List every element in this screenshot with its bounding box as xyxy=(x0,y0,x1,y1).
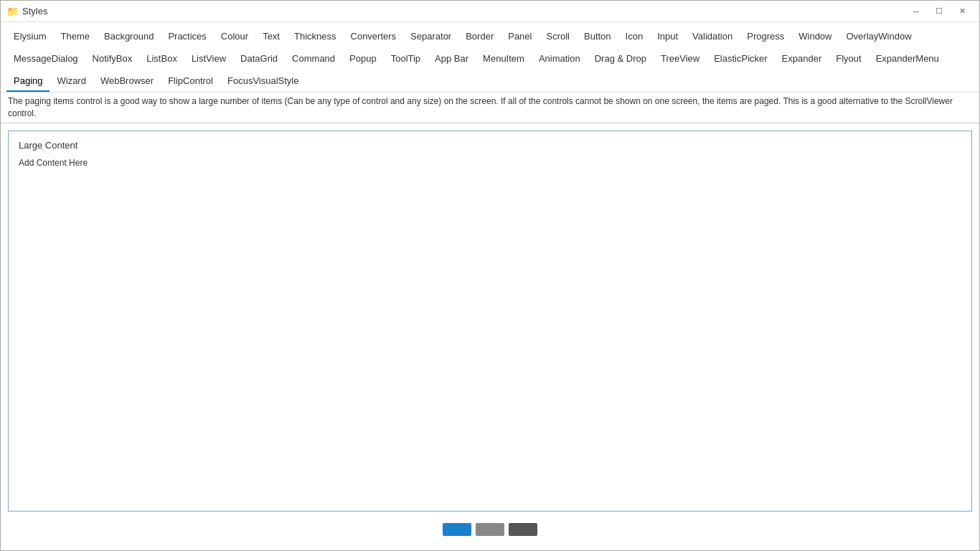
nav-item-elysium[interactable]: Elysium xyxy=(6,25,54,47)
nav-item-menuitem[interactable]: MenuItem xyxy=(476,47,532,70)
nav-item-flyout[interactable]: Flyout xyxy=(829,47,868,70)
paging-container: Large Content Add Content Here xyxy=(8,131,972,512)
nav-item-drag-and-drop[interactable]: Drag & Drop xyxy=(588,47,654,70)
app-icon: 📁 xyxy=(6,6,18,17)
nav-item-tooltip[interactable]: ToolTip xyxy=(384,47,428,70)
paging-content-title: Large Content xyxy=(9,131,971,155)
title-bar-controls: ─ ☐ ✕ xyxy=(905,3,974,20)
title-bar-left: 📁 Styles xyxy=(6,6,47,17)
title-bar: 📁 Styles ─ ☐ ✕ xyxy=(1,1,979,22)
description-text: The paging items control is a good way t… xyxy=(8,96,953,118)
nav-item-separator[interactable]: Separator xyxy=(403,25,458,47)
nav-item-overlaywindow[interactable]: OverlayWindow xyxy=(839,25,919,47)
paging-content-body: Add Content Here xyxy=(9,155,971,171)
nav-item-text[interactable]: Text xyxy=(255,25,287,47)
nav-item-scroll[interactable]: Scroll xyxy=(539,25,577,47)
paging-dot-1[interactable] xyxy=(443,523,471,536)
nav-item-popup[interactable]: Popup xyxy=(342,47,384,70)
nav-bar: ElysiumThemeBackgroundPracticesColourTex… xyxy=(1,22,979,93)
nav-item-button[interactable]: Button xyxy=(577,25,618,47)
nav-item-converters[interactable]: Converters xyxy=(344,25,404,47)
description-bar: The paging items control is a good way t… xyxy=(1,93,979,123)
nav-item-treeview[interactable]: TreeView xyxy=(654,47,707,70)
maximize-button[interactable]: ☐ xyxy=(928,3,951,20)
nav-item-panel[interactable]: Panel xyxy=(501,25,539,47)
nav-item-webbrowser[interactable]: WebBrowser xyxy=(93,70,161,92)
close-button[interactable]: ✕ xyxy=(951,3,974,20)
nav-item-listbox[interactable]: ListBox xyxy=(139,47,184,70)
nav-item-wizard[interactable]: Wizard xyxy=(50,70,93,92)
nav-item-thickness[interactable]: Thickness xyxy=(287,25,344,47)
paging-dot-2[interactable] xyxy=(476,523,504,536)
nav-item-app-bar[interactable]: App Bar xyxy=(428,47,476,70)
nav-item-messagedialog[interactable]: MessageDialog xyxy=(6,47,85,70)
nav-item-expandermenu[interactable]: ExpanderMenu xyxy=(869,47,946,70)
nav-item-command[interactable]: Command xyxy=(285,47,342,70)
nav-item-input[interactable]: Input xyxy=(650,25,685,47)
nav-item-notifybox[interactable]: NotifyBox xyxy=(85,47,140,70)
nav-item-paging[interactable]: Paging xyxy=(6,70,50,92)
minimize-button[interactable]: ─ xyxy=(905,3,928,20)
nav-item-window[interactable]: Window xyxy=(791,25,839,47)
nav-item-border[interactable]: Border xyxy=(458,25,501,47)
nav-item-progress[interactable]: Progress xyxy=(740,25,791,47)
nav-item-elasticpicker[interactable]: ElasticPicker xyxy=(707,47,774,70)
main-window: 📁 Styles ─ ☐ ✕ ElysiumThemeBackgroundPra… xyxy=(0,0,980,551)
nav-item-background[interactable]: Background xyxy=(97,25,161,47)
nav-item-icon[interactable]: Icon xyxy=(618,25,651,47)
nav-item-listview[interactable]: ListView xyxy=(184,47,233,70)
nav-item-expander[interactable]: Expander xyxy=(775,47,829,70)
nav-item-datagrid[interactable]: DataGrid xyxy=(233,47,285,70)
nav-item-focusvisualstyle[interactable]: FocusVisualStyle xyxy=(220,70,306,92)
nav-item-validation[interactable]: Validation xyxy=(685,25,740,47)
nav-item-colour[interactable]: Colour xyxy=(214,25,255,47)
nav-item-theme[interactable]: Theme xyxy=(54,25,97,47)
paging-indicators xyxy=(443,517,537,543)
window-title: Styles xyxy=(22,6,47,17)
nav-item-flipcontrol[interactable]: FlipControl xyxy=(161,70,220,92)
main-content: Large Content Add Content Here xyxy=(1,123,979,550)
paging-dot-3[interactable] xyxy=(509,523,537,536)
nav-item-animation[interactable]: Animation xyxy=(532,47,588,70)
nav-item-practices[interactable]: Practices xyxy=(161,25,213,47)
